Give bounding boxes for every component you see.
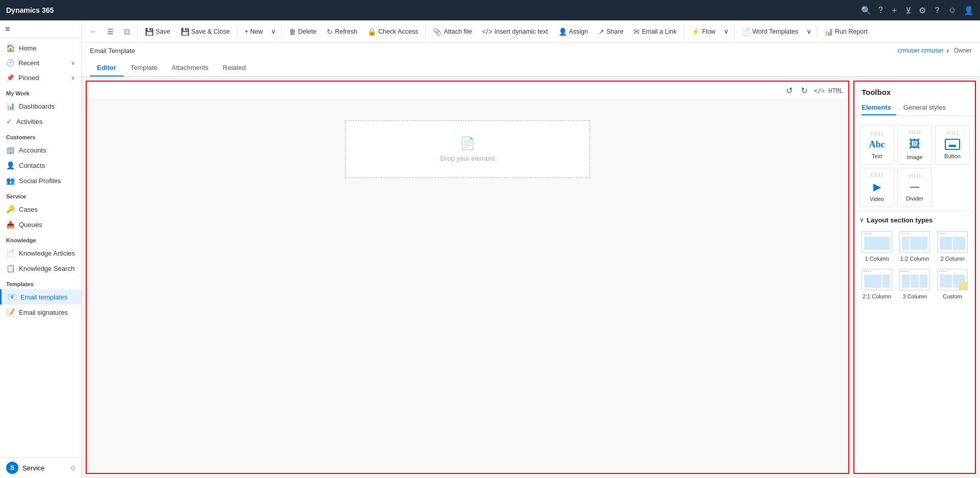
sidebar-item-activities[interactable]: ✓ Activities	[0, 114, 81, 129]
toolbox-element-video[interactable]: ▶ Video	[860, 168, 894, 207]
word-templates-icon: 📄	[742, 28, 750, 36]
section-knowledge: Knowledge	[0, 232, 81, 245]
check-access-button[interactable]: 🔒 Check Access	[363, 26, 423, 38]
flow-button[interactable]: ⚡ Flow	[687, 26, 719, 38]
queues-icon: 📥	[6, 220, 15, 229]
split-button[interactable]: ⊡	[120, 26, 134, 38]
owner-link[interactable]: crmuser crmuser	[898, 47, 944, 54]
html-button[interactable]: </> HTML	[814, 87, 843, 94]
redo-button[interactable]: ↻	[799, 85, 810, 96]
question-icon[interactable]: ？	[933, 5, 941, 16]
image-element-label: Image	[907, 154, 923, 160]
help-icon[interactable]: ?	[878, 6, 883, 15]
toolbar-divider-6	[734, 26, 734, 38]
layout-section: ∨ Layout section types 1 Column	[854, 211, 975, 307]
tab-related[interactable]: Related	[216, 60, 253, 77]
flow-label: Flow	[702, 28, 715, 35]
sidebar-item-recent[interactable]: 🕐 Recent ∨	[0, 56, 81, 70]
contacts-icon: 👤	[6, 161, 15, 169]
layout-label-12col: 1:2 Column	[900, 256, 929, 262]
drag-handle-video	[871, 173, 883, 177]
knowledge-search-icon: 📋	[6, 264, 15, 272]
plus-icon[interactable]: ＋	[890, 5, 898, 16]
text-element-icon: Abc	[869, 139, 885, 150]
layout-item-1col[interactable]: 1 Column	[860, 229, 894, 264]
layout-item-custom[interactable]: Custom	[935, 267, 970, 301]
save-close-button[interactable]: 💾 Save & Close	[177, 26, 234, 38]
layout-section-header[interactable]: ∨ Layout section types	[860, 216, 970, 224]
attach-file-button[interactable]: 📎 Attach file	[429, 26, 476, 38]
smiley-icon[interactable]: ☺	[948, 6, 957, 15]
settings-icon[interactable]: ⚙	[919, 6, 926, 15]
sidebar-item-accounts[interactable]: 🏢 Accounts	[0, 142, 81, 158]
drop-zone[interactable]: 📄 Drop your element	[345, 120, 590, 178]
new-dropdown-button[interactable]: ∨	[269, 26, 278, 37]
user-icon[interactable]: 👤	[964, 6, 974, 15]
sidebar-item-email-templates[interactable]: 📧 Email templates	[0, 289, 81, 305]
layout-preview-custom	[937, 269, 968, 290]
sidebar-label-home: Home	[19, 44, 37, 52]
toolbar-divider-4	[425, 26, 426, 38]
video-element-icon: ▶	[873, 181, 881, 193]
sidebar-item-pinned[interactable]: 📌 Pinned ∨	[0, 70, 81, 85]
search-icon[interactable]: 🔍	[861, 6, 871, 15]
layout-item-3col[interactable]: 3 Column	[897, 267, 932, 301]
sidebar-item-home[interactable]: 🏠 Home	[0, 40, 81, 56]
record-owner: crmuser crmuser ∨ Owner	[898, 47, 972, 54]
assign-label: Assign	[569, 28, 589, 35]
sidebar-bottom-area[interactable]: S Service ◇	[0, 457, 81, 478]
toolbox-element-text[interactable]: Abc Text	[860, 125, 894, 165]
canvas-toolbar: ↺ ↻ </> HTML	[87, 82, 848, 100]
delete-button[interactable]: 🗑 Delete	[285, 26, 321, 38]
toolbox-tab-elements[interactable]: Elements	[862, 100, 896, 115]
save-button[interactable]: 💾 Save	[141, 26, 175, 38]
toolbox-element-divider[interactable]: — Divider	[897, 168, 932, 207]
share-button[interactable]: ↗ Share	[594, 26, 627, 38]
toolbar: ← ☰ ⊡ 💾 Save 💾 Save & Close + New ∨	[82, 20, 980, 43]
sidebar-item-cases[interactable]: 🔑 Cases	[0, 202, 81, 217]
word-templates-label: Word Templates	[752, 28, 798, 35]
word-templates-button[interactable]: 📄 Word Templates	[738, 26, 802, 38]
check-access-icon: 🔒	[368, 28, 376, 36]
new-button[interactable]: + New	[240, 26, 267, 37]
toolbox-tab-general-styles[interactable]: General styles	[903, 100, 951, 115]
sidebar-item-knowledge-articles[interactable]: 📄 Knowledge Articles	[0, 245, 81, 261]
tab-editor[interactable]: Editor	[90, 60, 124, 77]
word-templates-dropdown-button[interactable]: ∨	[804, 26, 814, 37]
email-link-button[interactable]: ✉ Email a Link	[629, 26, 680, 38]
hamburger-icon[interactable]: ≡	[5, 24, 10, 33]
sidebar-item-email-signatures[interactable]: 📝 Email signatures	[0, 305, 81, 320]
undo-button[interactable]: ↺	[784, 85, 795, 96]
sidebar-item-dashboards[interactable]: 📊 Dashboards	[0, 98, 81, 114]
flow-dropdown-button[interactable]: ∨	[722, 26, 731, 37]
layout-item-2col[interactable]: 2 Column	[935, 229, 970, 264]
layout-item-12col[interactable]: 1:2 Column	[897, 229, 932, 264]
tab-template[interactable]: Template	[124, 60, 165, 77]
sidebar-item-social-profiles[interactable]: 👥 Social Profiles	[0, 173, 81, 188]
owner-chevron[interactable]: ∨	[946, 47, 950, 54]
sidebar-item-contacts[interactable]: 👤 Contacts	[0, 158, 81, 173]
filter-icon[interactable]: ⊻	[905, 6, 912, 15]
toolbox-element-image[interactable]: 🖼 Image	[897, 125, 932, 165]
tab-attachments[interactable]: Attachments	[164, 60, 215, 77]
refresh-button[interactable]: ↻ Refresh	[323, 26, 361, 38]
owner-label: Owner	[954, 47, 972, 54]
sidebar-label-queues: Queues	[19, 221, 42, 229]
run-report-label: Run Report	[835, 28, 868, 35]
sidebar-item-knowledge-search[interactable]: 📋 Knowledge Search	[0, 261, 81, 276]
section-templates: Templates	[0, 276, 81, 289]
assign-button[interactable]: 👤 Assign	[554, 26, 593, 38]
toolbox-title: Toolbox	[854, 82, 975, 100]
toolbox-element-button[interactable]: ▬ Button	[935, 125, 970, 165]
back-button[interactable]: ←	[86, 26, 101, 38]
canvas-panel: ↺ ↻ </> HTML 📄 Drop your element	[86, 81, 849, 474]
image-element-icon: 🖼	[909, 138, 920, 151]
insert-dynamic-button[interactable]: </> Insert dynamic text	[478, 26, 552, 38]
divider-element-label: Divider	[906, 195, 923, 202]
section-service: Service	[0, 188, 81, 202]
sidebar-item-queues[interactable]: 📥 Queues	[0, 217, 81, 232]
layout-item-21col[interactable]: 2:1 Column	[860, 267, 894, 301]
run-report-button[interactable]: 📊 Run Report	[820, 26, 872, 38]
view-button[interactable]: ☰	[103, 26, 118, 38]
topbar: Dynamics 365 🔍 ? ＋ ⊻ ⚙ ？ ☺ 👤	[0, 0, 980, 20]
